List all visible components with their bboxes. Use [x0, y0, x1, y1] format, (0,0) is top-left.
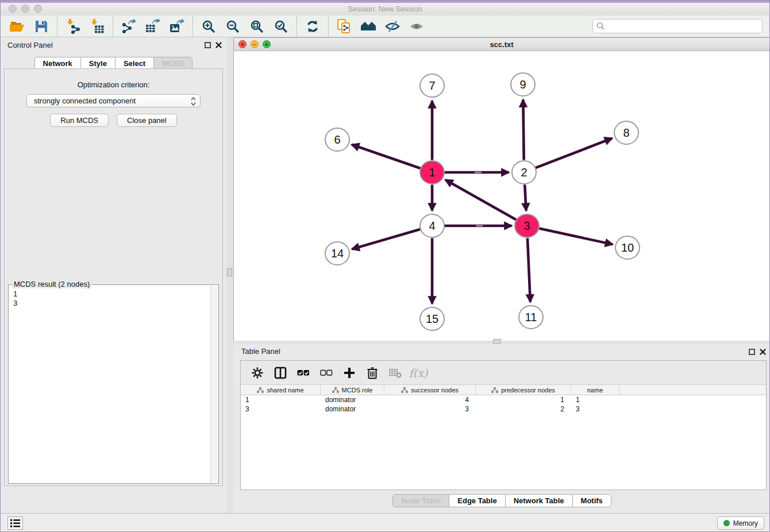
apply-layout-button[interactable] — [301, 17, 325, 36]
graph-edge-2-8[interactable] — [536, 138, 612, 168]
hide-selected-button[interactable] — [380, 17, 405, 36]
function-builder-button[interactable]: f(x) — [411, 365, 426, 380]
node-table-container: f(x) shared name MCDS role — [240, 360, 767, 490]
add-row-button[interactable] — [342, 365, 357, 380]
application-window: Session: New Session — [0, 0, 770, 532]
delete-row-button[interactable] — [365, 365, 380, 380]
criterion-dropdown[interactable]: strongly connected component — [26, 94, 201, 107]
import-table-button[interactable] — [85, 17, 109, 36]
graph-edge-4-14[interactable] — [352, 229, 420, 249]
delete-table-button[interactable] — [388, 365, 403, 380]
table-cell[interactable]: 3 — [571, 404, 619, 414]
houses-icon — [360, 20, 376, 33]
toolbar-separator — [113, 16, 113, 37]
zoom-fit-icon — [250, 20, 264, 33]
graph-node-label: 14 — [331, 247, 344, 260]
graph-edge-2-3[interactable] — [525, 184, 526, 210]
splitter-grip[interactable] — [227, 268, 232, 276]
export-image-icon — [170, 19, 184, 34]
attribute-icon — [257, 387, 264, 393]
table-cell[interactable]: 1 — [476, 395, 571, 404]
node-table-body: 1dominator4113dominator323 — [241, 395, 766, 414]
zoom-out-button[interactable] — [221, 17, 245, 36]
duplicate-network-icon — [337, 18, 352, 34]
vertical-splitter[interactable] — [226, 37, 233, 513]
network-canvas[interactable]: 7968124314101511 — [234, 52, 769, 341]
open-session-button[interactable] — [5, 17, 29, 36]
optimization-criterion-label: Optimization criterion: — [5, 80, 222, 89]
graph-edge-3-10[interactable] — [539, 229, 613, 245]
graph-node-label: 15 — [426, 313, 438, 325]
tab-edge-table[interactable]: Edge Table — [449, 494, 505, 507]
run-mcds-button[interactable]: Run MCDS — [50, 114, 109, 127]
graph-node-label: 4 — [429, 219, 435, 232]
table-cell[interactable]: 3 — [241, 404, 321, 414]
zoom-fit-button[interactable] — [245, 17, 269, 36]
zoom-selected-button[interactable] — [269, 17, 293, 36]
table-row[interactable]: 1dominator411 — [241, 395, 766, 404]
duplicate-network-button[interactable] — [332, 17, 356, 36]
save-icon — [34, 20, 48, 33]
zoom-out-icon — [226, 20, 240, 33]
column-header-name[interactable]: name — [571, 385, 619, 395]
refresh-icon — [305, 19, 320, 34]
import-network-button[interactable] — [61, 17, 85, 36]
table-cell[interactable]: 4 — [384, 395, 476, 404]
result-scrollbar[interactable] — [210, 286, 218, 483]
select-all-button[interactable] — [296, 365, 311, 380]
memory-button[interactable]: Memory — [717, 516, 764, 530]
column-header-mcds-role[interactable]: MCDS role — [321, 385, 384, 395]
network-window-titlebar: × − + scc.txt — [234, 38, 769, 51]
search-input[interactable] — [592, 19, 763, 33]
column-header-shared-name[interactable]: shared name — [241, 385, 321, 395]
export-network-button[interactable] — [117, 17, 141, 36]
task-history-button[interactable] — [7, 516, 23, 530]
import-network-icon — [66, 19, 80, 34]
table-cell[interactable]: 2 — [476, 404, 571, 414]
memory-label: Memory — [733, 519, 758, 527]
toolbar-separator — [192, 16, 193, 37]
column-header-predecessor-nodes[interactable]: name predecessor nodes — [476, 385, 571, 395]
save-session-button[interactable] — [29, 17, 53, 36]
attribute-icon — [332, 387, 339, 393]
first-neighbors-button[interactable] — [356, 17, 380, 36]
zoom-in-button[interactable] — [197, 17, 221, 36]
close-panel-icon[interactable] — [215, 42, 222, 48]
export-image-button[interactable] — [165, 17, 189, 36]
table-cell[interactable]: 1 — [571, 395, 619, 404]
network-view-window: × − + scc.txt 7968124314101511 — [233, 37, 770, 341]
graph-edge-1-6[interactable] — [352, 145, 421, 168]
close-panel-button[interactable]: Close panel — [117, 114, 177, 127]
tab-node-table[interactable]: Node Table — [392, 494, 449, 507]
graph-edge-3-11[interactable] — [528, 238, 530, 302]
status-bar: Memory — [1, 513, 769, 532]
search-icon — [596, 22, 605, 30]
table-cell[interactable]: dominator — [321, 395, 384, 404]
table-cell[interactable]: dominator — [321, 404, 384, 414]
graph-edge-3-1[interactable] — [445, 180, 516, 219]
graph-node-label: 6 — [334, 133, 340, 146]
column-header-successor-nodes[interactable]: successor nodes — [384, 385, 476, 395]
table-row[interactable]: 3dominator323 — [241, 404, 766, 414]
table-cell[interactable]: 3 — [384, 404, 476, 414]
float-panel-icon[interactable] — [205, 42, 211, 48]
table-cell[interactable]: 1 — [241, 395, 321, 404]
table-panel-title: Table Panel — [241, 347, 280, 356]
session-title: Session: New Session — [1, 5, 769, 13]
splitter-grip[interactable] — [493, 339, 501, 344]
graph-node-label: 11 — [525, 311, 537, 323]
attribute-icon — [491, 387, 498, 393]
show-columns-button[interactable] — [273, 365, 288, 380]
table-settings-button[interactable] — [250, 365, 265, 380]
show-all-button[interactable] — [405, 17, 429, 36]
deselect-all-button[interactable] — [319, 365, 334, 380]
graph-edge-2-9[interactable] — [523, 99, 523, 160]
tab-network-table[interactable]: Network Table — [505, 494, 573, 507]
export-table-icon — [145, 19, 160, 34]
close-panel-icon[interactable] — [760, 349, 766, 355]
table-tabs: Node Table Edge Table Network Table Moti… — [233, 494, 770, 507]
float-panel-icon[interactable] — [749, 349, 755, 355]
tab-motifs[interactable]: Motifs — [572, 494, 611, 507]
export-table-button[interactable] — [141, 17, 165, 36]
control-panel-title: Control Panel — [7, 41, 53, 49]
